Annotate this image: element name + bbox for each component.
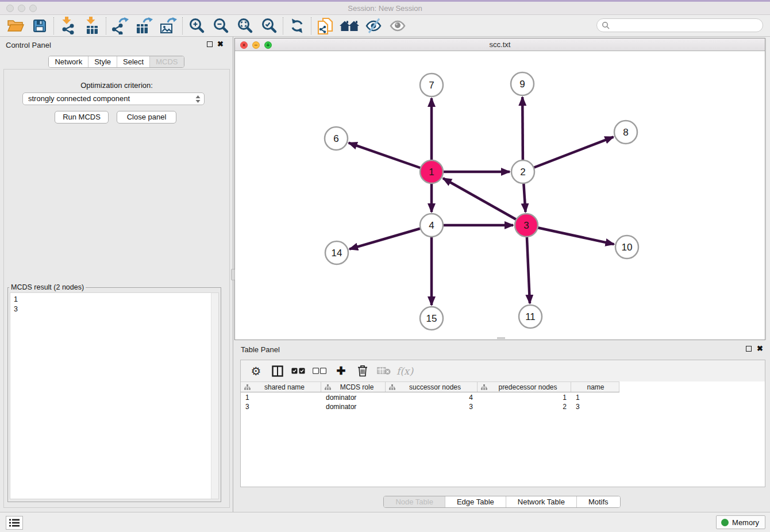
table-cell[interactable]: 1 (478, 393, 571, 402)
tab-motifs[interactable]: Motifs (576, 496, 620, 507)
refresh-icon (288, 18, 306, 34)
table-cell[interactable]: 1 (241, 393, 321, 402)
search-input[interactable] (610, 20, 763, 31)
window-close-icon[interactable] (6, 5, 14, 12)
table-toolbar: ⚙ (241, 360, 765, 381)
table-header-row: shared nameMCDS rolesuccessor nodesprede… (241, 381, 619, 392)
toolbar-separator (283, 17, 283, 34)
result-scrollbar[interactable] (211, 293, 218, 499)
table-row[interactable]: 1dominator411 (241, 393, 765, 402)
home-icon (339, 19, 360, 33)
delete-table-button[interactable] (373, 363, 394, 380)
table-settings-button[interactable]: ⚙ (245, 363, 267, 380)
unselect-all-columns-button[interactable] (309, 363, 330, 380)
zoom-in-icon (188, 17, 205, 34)
show-all-button[interactable] (386, 16, 410, 36)
export-image-button[interactable] (156, 16, 180, 36)
table-row[interactable]: 3dominator323 (241, 402, 765, 411)
zoom-selected-button[interactable] (257, 16, 281, 36)
create-column-button[interactable]: ✚ (330, 363, 352, 380)
tab-style[interactable]: Style (88, 56, 117, 67)
table-cell[interactable]: 3 (241, 402, 321, 411)
table-cell[interactable]: dominator (321, 402, 386, 411)
panel-splitter-handle[interactable] (231, 269, 235, 280)
table-cell[interactable]: 3 (571, 402, 619, 411)
graph-edge-1-6[interactable] (349, 143, 432, 172)
mcds-result-box[interactable]: 13 (10, 292, 219, 499)
float-table-panel-icon[interactable] (746, 346, 752, 352)
criterion-dropdown[interactable]: strongly connected component (22, 92, 205, 105)
tab-edge-table[interactable]: Edge Table (445, 496, 506, 507)
table-cell[interactable]: dominator (321, 393, 386, 402)
zoom-selected-icon (260, 17, 278, 34)
graph-edge-4-14[interactable] (349, 225, 432, 249)
column-header-successor-nodes[interactable]: successor nodes (386, 382, 478, 392)
table-cell[interactable]: 1 (571, 393, 619, 402)
tab-network[interactable]: Network (49, 56, 88, 67)
node-table-container: ⚙ (240, 360, 765, 487)
refresh-view-button[interactable] (285, 16, 309, 36)
control-tabs: NetworkStyleSelectMCDS (48, 56, 184, 68)
result-line: 1 (14, 295, 215, 304)
network-canvas[interactable]: 7968124314101511 (235, 51, 765, 340)
run-mcds-button[interactable]: Run MCDS (55, 111, 109, 124)
column-layout-button[interactable] (267, 363, 288, 380)
import-table-icon (84, 17, 100, 34)
tab-node-table[interactable]: Node Table (384, 496, 445, 507)
duplicate-network-button[interactable] (313, 16, 337, 36)
graph-edge-3-1[interactable] (443, 178, 526, 225)
window-zoom-icon[interactable] (29, 5, 37, 12)
table-cell[interactable]: 2 (478, 402, 571, 411)
float-panel-icon[interactable] (207, 41, 213, 47)
network-window-title: scc.txt (235, 38, 765, 51)
delete-columns-button[interactable] (352, 363, 373, 380)
export-table-icon (136, 17, 153, 34)
save-session-button[interactable] (28, 16, 52, 36)
network-view-window[interactable]: × − + scc.txt 7968124314101511 (234, 38, 765, 340)
search-box[interactable] (596, 18, 763, 32)
control-panel-header: Control Panel ✖ (0, 37, 233, 53)
graph-node-label-1: 1 (429, 167, 434, 178)
column-header-name[interactable]: name (571, 382, 619, 392)
export-table-button[interactable] (132, 16, 156, 36)
import-table-button[interactable] (80, 16, 104, 36)
function-builder-button[interactable]: f(x) (394, 363, 415, 380)
zoom-in-button[interactable] (184, 16, 209, 36)
select-all-columns-button[interactable] (288, 363, 309, 380)
first-neighbors-button[interactable] (337, 16, 361, 36)
column-header-predecessor-nodes[interactable]: predecessor nodes (478, 382, 571, 392)
memory-button[interactable]: Memory (716, 515, 765, 529)
column-header-shared-name[interactable]: shared name (241, 382, 321, 392)
graph-edge-3-10[interactable] (526, 225, 614, 244)
open-session-button[interactable] (3, 16, 28, 36)
window-minimize-icon[interactable] (18, 5, 25, 12)
close-panel-icon[interactable]: ✖ (217, 41, 224, 48)
task-history-button[interactable] (6, 516, 23, 530)
tree-sort-icon (325, 384, 331, 390)
window-resize-grip[interactable] (497, 337, 505, 339)
export-network-button[interactable] (108, 16, 132, 36)
zoom-out-button[interactable] (209, 16, 233, 36)
close-panel-button[interactable]: Close panel (117, 111, 176, 124)
mcds-result-title: MCDS result (2 nodes) (9, 283, 86, 291)
import-network-button[interactable] (56, 16, 80, 36)
optimization-criterion-label: Optimization criterion: (4, 81, 229, 90)
column-header-MCDS-role[interactable]: MCDS role (321, 382, 386, 392)
tab-mcds[interactable]: MCDS (149, 56, 183, 67)
tab-network-table[interactable]: Network Table (506, 496, 576, 507)
network-minimize-icon[interactable]: − (252, 41, 260, 49)
network-close-icon[interactable]: × (240, 41, 248, 49)
memory-status-icon (721, 519, 729, 526)
close-table-panel-icon[interactable]: ✖ (757, 345, 763, 352)
table-cell[interactable]: 4 (386, 393, 478, 402)
delete-table-icon (377, 367, 391, 375)
plus-icon: ✚ (337, 364, 346, 377)
table-cell[interactable]: 3 (386, 402, 478, 411)
network-window-titlebar[interactable]: × − + scc.txt (235, 38, 765, 51)
zoom-fit-button[interactable] (233, 16, 257, 36)
tab-select[interactable]: Select (117, 56, 149, 67)
network-zoom-icon[interactable]: + (264, 41, 272, 49)
graph-edge-2-8[interactable] (523, 137, 614, 172)
control-panel: Control Panel ✖ NetworkStyleSelectMCDS O… (0, 37, 233, 512)
hide-selected-button[interactable] (361, 16, 386, 36)
